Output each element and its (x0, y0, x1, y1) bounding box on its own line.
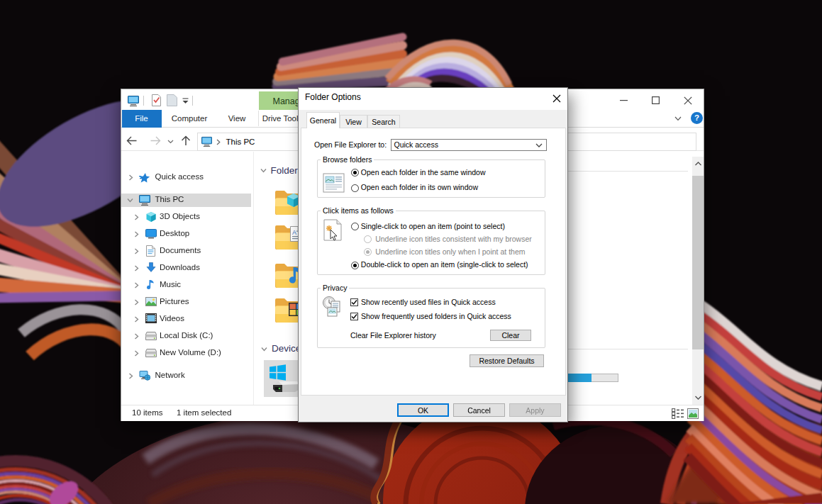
svg-text:A: A (292, 229, 296, 236)
